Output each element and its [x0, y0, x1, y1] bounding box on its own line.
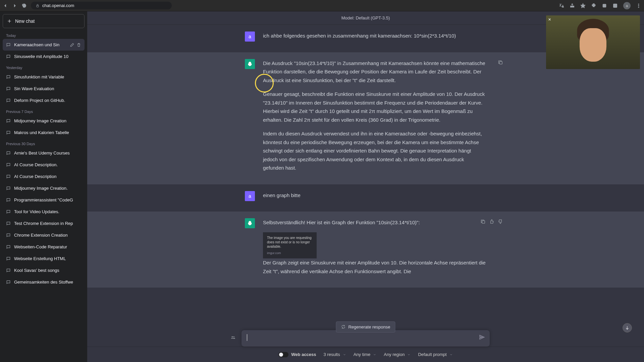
sidebar-item[interactable]: Sinusfunktion mit Variable: [3, 71, 85, 83]
chevron-down-icon: [373, 353, 376, 356]
input-settings-icon[interactable]: [230, 335, 236, 341]
chat-icon: [6, 75, 11, 79]
webcam-overlay[interactable]: ✕: [546, 15, 640, 69]
chat-icon: [6, 43, 11, 47]
chat-icon: [6, 198, 11, 202]
user-avatar: a: [245, 191, 255, 201]
thumbs-up-icon[interactable]: [489, 219, 494, 224]
browser-toolbar: chat.openai.com a: [0, 0, 644, 11]
chat-icon: [6, 256, 11, 261]
share-icon[interactable]: [570, 3, 575, 8]
star-icon[interactable]: [580, 3, 586, 8]
svg-point-5: [638, 7, 639, 7]
sidebar-item[interactable]: Midjourney Image Creation: [3, 115, 85, 127]
sidebar-item-label: Arnie's Best Udemy Courses: [14, 150, 81, 156]
chat-input[interactable]: [241, 330, 490, 347]
sidebar-item-label: Chrome Extension Creation: [14, 233, 81, 238]
profile-avatar[interactable]: a: [623, 2, 631, 9]
plus-icon: [7, 19, 12, 23]
sidebar-item[interactable]: Arnie's Best Udemy Courses: [3, 147, 85, 159]
sidebar-item[interactable]: Kameraachsen und Sin: [3, 39, 85, 51]
sidebar-item[interactable]: AI Course Description.: [3, 159, 85, 171]
sidebar-item-label: Sinuswelle mit Amplitude 10: [14, 54, 81, 59]
image-error-placeholder: The image you are requesting does not ex…: [263, 232, 317, 259]
svg-point-4: [638, 5, 639, 6]
reload-icon[interactable]: [21, 3, 27, 8]
user-avatar: a: [245, 32, 255, 42]
chat-icon: [6, 186, 11, 191]
sidebar-item-label: Test Chrome Extension in Rep: [14, 221, 81, 226]
results-dropdown[interactable]: 3 results: [324, 352, 346, 357]
sidebar-item[interactable]: Chrome Extension Creation: [3, 229, 85, 241]
sidebar-item-label: Tool for Video Updates.: [14, 209, 81, 214]
region-dropdown[interactable]: Any region: [384, 352, 411, 357]
new-chat-label: New chat: [15, 18, 35, 24]
sidebar-item[interactable]: Webseiten-Code Reparatur: [3, 241, 85, 253]
sidebar-item-label: Webseite Erstellung HTML: [14, 256, 81, 261]
message-content: ich ahbe folgendes gesehen in zusammenha…: [263, 32, 486, 46]
sidebar-item[interactable]: Programmierassistent "CodeG: [3, 194, 85, 206]
sidebar-item[interactable]: Sinuswelle mit Amplitude 10: [3, 51, 85, 62]
sidebar-item[interactable]: Webseite Erstellung HTML: [3, 253, 85, 264]
sidebar-item-label: Sinusfunktion mit Variable: [14, 74, 81, 79]
translate-icon[interactable]: [559, 3, 564, 8]
sidebar-item[interactable]: Midjourney Image Creation.: [3, 182, 85, 194]
time-dropdown[interactable]: Any time: [354, 352, 377, 357]
forward-icon[interactable]: [12, 3, 17, 8]
svg-rect-0: [37, 5, 39, 7]
web-access-toggle[interactable]: [278, 352, 288, 357]
chat-icon: [6, 268, 11, 273]
sidebar-item-label: AI Course Description: [14, 174, 81, 179]
chat-icon: [6, 174, 11, 179]
trash-icon[interactable]: [76, 43, 81, 47]
user-message: aeinen graph bitte: [87, 184, 644, 212]
scroll-down-button[interactable]: [623, 323, 632, 333]
extension-icon[interactable]: [602, 3, 607, 8]
chat-icon: [6, 98, 11, 103]
openai-icon: [247, 61, 253, 67]
copy-icon[interactable]: [480, 219, 486, 224]
sidebar-item-label: Gemeinsamkeiten des Stoffwe: [14, 280, 81, 285]
edit-icon[interactable]: [70, 43, 74, 47]
chat-icon: [6, 233, 11, 238]
chat-icon: [6, 151, 11, 156]
sidepanel-icon[interactable]: [612, 3, 618, 8]
sidebar-section-label: Yesterday: [3, 62, 85, 71]
address-bar[interactable]: chat.openai.com: [31, 2, 172, 9]
menu-icon[interactable]: [636, 3, 641, 8]
sidebar-item-label: Midjourney Image Creation.: [14, 186, 81, 191]
chat-icon: [6, 245, 11, 249]
openai-icon: [247, 220, 253, 226]
thumbs-down-icon[interactable]: [498, 219, 503, 224]
extensions-icon[interactable]: [591, 3, 596, 8]
sidebar-item[interactable]: Deform Project on GitHub.: [3, 95, 85, 106]
sidebar-item[interactable]: Test Chrome Extension in Rep: [3, 218, 85, 229]
chevron-down-icon: [343, 353, 346, 356]
assistant-avatar: [245, 59, 255, 69]
main-panel: Model: Default (GPT-3.5) aich ahbe folge…: [87, 11, 644, 362]
chat-icon: [6, 119, 11, 123]
webcam-close-icon[interactable]: ✕: [548, 17, 551, 22]
svg-rect-1: [603, 4, 606, 7]
sidebar-item[interactable]: Kool Savas' best songs: [3, 264, 85, 276]
prompt-dropdown[interactable]: Default prompt: [418, 352, 452, 357]
copy-icon[interactable]: [498, 60, 503, 65]
sidebar-item[interactable]: Tool for Video Updates.: [3, 206, 85, 218]
message-content: Die Ausdruck "10sin(23.14*t/10)" in Zusa…: [263, 59, 486, 178]
regenerate-button[interactable]: Regenerate response: [336, 321, 395, 333]
new-chat-button[interactable]: New chat: [3, 14, 85, 28]
sidebar-item[interactable]: Gemeinsamkeiten des Stoffwe: [3, 276, 85, 288]
back-icon[interactable]: [3, 3, 8, 8]
chat-icon: [6, 280, 11, 285]
sidebar: New chat TodayKameraachsen und SinSinusw…: [0, 11, 87, 362]
send-icon[interactable]: [479, 334, 485, 340]
sidebar-item[interactable]: AI Course Description: [3, 171, 85, 182]
sidebar-item[interactable]: Sin Wave Evaluation: [3, 83, 85, 95]
chevron-down-icon: [407, 353, 411, 356]
sidebar-item[interactable]: Makros und Kalorien Tabelle: [3, 127, 85, 138]
url-text: chat.openai.com: [42, 3, 74, 8]
svg-point-3: [638, 4, 639, 4]
chat-textarea[interactable]: [247, 334, 474, 342]
chevron-down-icon: [449, 353, 453, 356]
message-content: Selbstverständlich! Hier ist ein Graph d…: [263, 218, 486, 281]
